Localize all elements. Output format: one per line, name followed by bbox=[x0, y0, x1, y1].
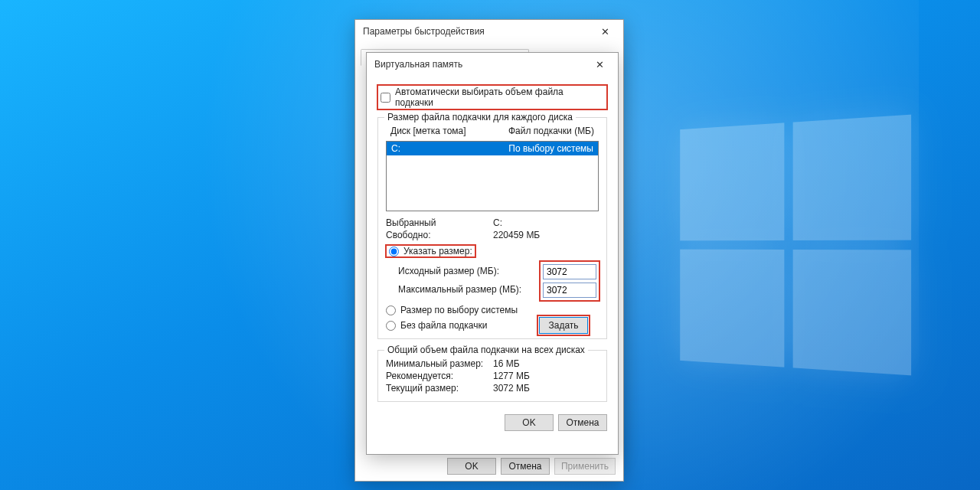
apply-button[interactable]: Применить bbox=[554, 458, 616, 475]
drive-list[interactable]: C: По выбору системы bbox=[386, 141, 599, 211]
max-size-input[interactable] bbox=[543, 283, 596, 298]
close-button[interactable]: ✕ bbox=[586, 55, 613, 74]
windows-logo-icon bbox=[680, 115, 911, 376]
initial-size-input[interactable] bbox=[543, 264, 596, 279]
radio-custom[interactable] bbox=[389, 247, 399, 256]
performance-options-title: Параметры быстродействия bbox=[363, 26, 485, 37]
auto-manage-checkbox[interactable] bbox=[381, 93, 390, 103]
virtual-memory-titlebar[interactable]: Виртуальная память ✕ bbox=[367, 53, 618, 76]
radio-none[interactable] bbox=[386, 321, 396, 331]
performance-options-titlebar[interactable]: Параметры быстродействия ✕ bbox=[355, 20, 623, 43]
radio-system[interactable] bbox=[386, 305, 396, 315]
virtual-memory-title: Виртуальная память bbox=[374, 59, 462, 70]
drive-list-header: Диск [метка тома] Файл подкачки (МБ) bbox=[386, 124, 599, 138]
close-icon: ✕ bbox=[596, 59, 604, 70]
set-button[interactable]: Задать bbox=[539, 317, 588, 334]
per-drive-group: Размер файла подкачки для каждого диска … bbox=[377, 117, 607, 339]
vm-cancel-button[interactable]: Отмена bbox=[558, 414, 607, 431]
summary-legend: Общий объем файла подкачки на всех диска… bbox=[384, 345, 588, 355]
close-icon: ✕ bbox=[601, 26, 609, 38]
per-drive-legend: Размер файла подкачки для каждого диска bbox=[384, 112, 576, 122]
radio-custom-row: Указать размер: bbox=[386, 245, 599, 257]
cancel-button[interactable]: Отмена bbox=[501, 458, 550, 475]
radio-system-row: Размер по выбору системы bbox=[386, 305, 599, 315]
summary-group: Общий объем файла подкачки на всех диска… bbox=[377, 350, 607, 402]
ok-button[interactable]: OK bbox=[447, 458, 496, 475]
close-button[interactable]: ✕ bbox=[591, 22, 619, 41]
size-inputs-highlight bbox=[541, 262, 599, 300]
drive-list-row[interactable]: C: По выбору системы bbox=[387, 142, 598, 155]
virtual-memory-dialog: Виртуальная память ✕ Автоматически выбир… bbox=[366, 52, 619, 455]
radio-none-row: Без файла подкачки Задать bbox=[386, 320, 599, 331]
vm-ok-button[interactable]: OK bbox=[505, 414, 554, 431]
desktop-wallpaper: Параметры быстродействия ✕ Предотвращени… bbox=[0, 0, 980, 490]
auto-manage-checkbox-row: Автоматически выбирать объем файла подка… bbox=[377, 85, 607, 109]
auto-manage-label: Автоматически выбирать объем файла подка… bbox=[395, 87, 604, 108]
